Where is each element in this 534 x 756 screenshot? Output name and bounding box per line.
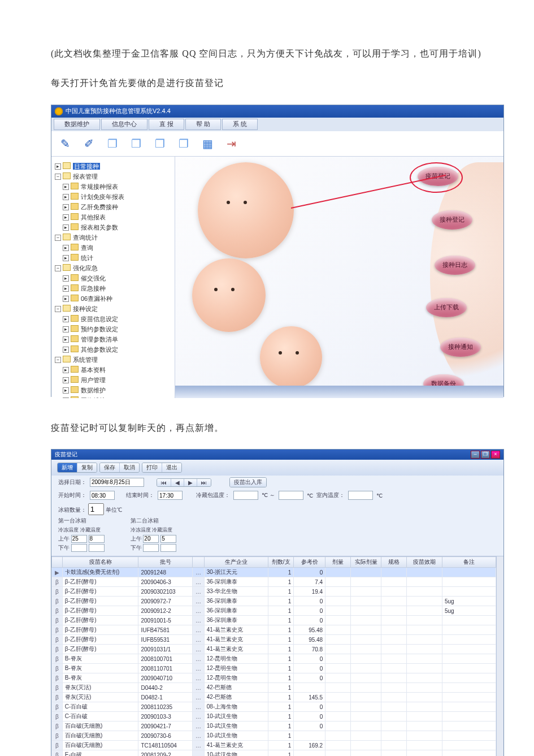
table-row[interactable]: ββ-乙肝(酵母)IUFB47581…41-葛兰素史克195.48: [52, 625, 496, 635]
input-f2-pm-b[interactable]: [160, 544, 176, 552]
cell-mfr-picker[interactable]: …: [193, 673, 205, 683]
cell-vaccine-name[interactable]: C-百白破: [62, 712, 138, 722]
cell-spec[interactable]: [381, 712, 407, 722]
table-row[interactable]: ββ-乙肝(酵母)20091001-5…36-深圳康泰10: [52, 616, 496, 625]
cell-dose[interactable]: [325, 731, 351, 741]
tree-toggle[interactable]: ▸: [63, 275, 69, 282]
cell-manufacturer[interactable]: 41-葛兰素史克: [204, 635, 268, 645]
cell-ref-price[interactable]: 70.8: [294, 645, 325, 654]
cell-actual-dose[interactable]: [351, 722, 381, 731]
cell-expiry[interactable]: [407, 616, 442, 625]
cell-manufacturer[interactable]: 12-昆明生物: [204, 664, 268, 673]
cell-expiry[interactable]: [407, 702, 442, 712]
cell-note[interactable]: [442, 568, 496, 577]
maximize-icon[interactable]: ❐: [481, 451, 490, 459]
cell-actual-dose[interactable]: [351, 741, 381, 750]
cell-spec[interactable]: [381, 616, 407, 625]
cell-lot[interactable]: IUFB59531: [138, 635, 193, 645]
cell-vaccine-name[interactable]: β-乙肝(酵母): [62, 587, 138, 597]
cell-spec[interactable]: [381, 702, 407, 712]
tree-toggle[interactable]: ▸: [63, 387, 69, 394]
cell-mfr-picker[interactable]: …: [193, 616, 205, 625]
cell-dose-per[interactable]: 1: [268, 673, 294, 683]
cell-vaccine-name[interactable]: B-脊灰: [62, 673, 138, 683]
tree-reports[interactable]: 报表管理: [73, 173, 98, 180]
input-fridge-count[interactable]: [88, 503, 104, 515]
cell-expiry[interactable]: [407, 683, 442, 693]
btn-new[interactable]: 新增: [58, 463, 77, 472]
input-cold-temp-from[interactable]: [233, 491, 258, 500]
input-f2-am-a[interactable]: [143, 535, 159, 543]
cell-note[interactable]: [442, 587, 496, 597]
cell-mfr-picker[interactable]: …: [193, 577, 205, 587]
cell-lot[interactable]: 20090103-3: [138, 712, 193, 722]
cell-ref-price[interactable]: 7.4: [294, 577, 325, 587]
cell-spec[interactable]: [381, 577, 407, 587]
cell-manufacturer[interactable]: 36-深圳康泰: [204, 597, 268, 606]
cell-mfr-picker[interactable]: …: [193, 625, 205, 635]
cell-dose[interactable]: [325, 616, 351, 625]
cell-lot[interactable]: 20090730-6: [138, 731, 193, 741]
tree-toggle[interactable]: ▸: [63, 377, 69, 383]
cell-vaccine-name[interactable]: B-脊灰: [62, 664, 138, 673]
col-actual-dose[interactable]: 实际剂量: [351, 557, 381, 568]
cell-vaccine-name[interactable]: 百白破(无细胞): [62, 741, 138, 750]
col-lot[interactable]: 批号: [138, 557, 193, 568]
cell-dose[interactable]: [325, 577, 351, 587]
cell-mfr-picker[interactable]: …: [193, 683, 205, 693]
cell-lot[interactable]: 20090972-7: [138, 597, 193, 606]
cell-actual-dose[interactable]: [351, 587, 381, 597]
cell-expiry[interactable]: [407, 693, 442, 702]
cell-note[interactable]: 5ug: [442, 606, 496, 616]
cell-ref-price[interactable]: 0: [294, 606, 325, 616]
btn-exit[interactable]: 退出: [162, 463, 181, 472]
cell-dose[interactable]: [325, 568, 351, 577]
cell-spec[interactable]: [381, 587, 407, 597]
cell-manufacturer[interactable]: 10-武汉生物: [204, 750, 268, 756]
cell-dose-per[interactable]: 1: [268, 683, 294, 693]
vaccine-table[interactable]: 疫苗名称 批号 生产企业 剂数/支 参考价 剂量 实际剂量 规格 疫苗效期 备注…: [51, 556, 496, 756]
cell-spec[interactable]: [381, 693, 407, 702]
stack-2-icon[interactable]: ❐: [128, 136, 144, 152]
cell-mfr-picker[interactable]: …: [193, 587, 205, 597]
cell-expiry[interactable]: [407, 712, 442, 722]
cell-ref-price[interactable]: 0: [294, 664, 325, 673]
tree-settings-manage[interactable]: 管理参数清单: [81, 336, 118, 343]
cell-lot[interactable]: 2008110701: [138, 664, 193, 673]
cell-lot[interactable]: 20090912-2: [138, 606, 193, 616]
cell-dose-per[interactable]: 1: [268, 635, 294, 645]
btn-print[interactable]: 打印: [142, 463, 162, 472]
tree-toggle[interactable]: ▸: [63, 245, 69, 251]
tree-reports-hepb[interactable]: 乙肝免费接种: [81, 204, 118, 210]
cell-mfr-picker[interactable]: …: [193, 635, 205, 645]
cell-dose[interactable]: [325, 722, 351, 731]
cell-mfr-picker[interactable]: …: [193, 568, 205, 577]
tree-toggle[interactable]: ▸: [63, 255, 69, 261]
cell-dose-per[interactable]: 1: [268, 568, 294, 577]
cell-dose-per[interactable]: 1: [268, 712, 294, 722]
cell-spec[interactable]: [381, 664, 407, 673]
cell-dose[interactable]: [325, 664, 351, 673]
cell-vaccine-name[interactable]: 卡鼓流感(免费无佐剂): [62, 568, 138, 577]
cell-spec[interactable]: [381, 635, 407, 645]
cell-dose-per[interactable]: 1: [268, 587, 294, 597]
cell-manufacturer[interactable]: 10-武汉生物: [204, 731, 268, 741]
cell-note[interactable]: [442, 577, 496, 587]
table-row[interactable]: ββ-乙肝(酵母)20091031/1…41-葛兰素史克170.8: [52, 645, 496, 654]
input-end-time[interactable]: [158, 491, 183, 500]
cell-actual-dose[interactable]: [351, 693, 381, 702]
cell-vaccine-name[interactable]: β-乙肝(酵母): [62, 616, 138, 625]
cell-lot[interactable]: 20091001-5: [138, 616, 193, 625]
cell-manufacturer[interactable]: 12-昆明生物: [204, 654, 268, 664]
cell-spec[interactable]: [381, 625, 407, 635]
cell-actual-dose[interactable]: [351, 673, 381, 683]
cell-note[interactable]: [442, 635, 496, 645]
cell-expiry[interactable]: [407, 722, 442, 731]
cell-note[interactable]: [442, 702, 496, 712]
stack-4-icon[interactable]: ❐: [176, 136, 192, 152]
tree-reinforce-remind[interactable]: 催交强化: [81, 275, 106, 282]
table-row[interactable]: β脊灰(灭活)D0482-1…42-巴斯德1145.5: [52, 693, 496, 702]
cell-dose[interactable]: [325, 635, 351, 645]
menu-direct-report[interactable]: 直 报: [149, 119, 184, 130]
cell-ref-price[interactable]: 0: [294, 568, 325, 577]
